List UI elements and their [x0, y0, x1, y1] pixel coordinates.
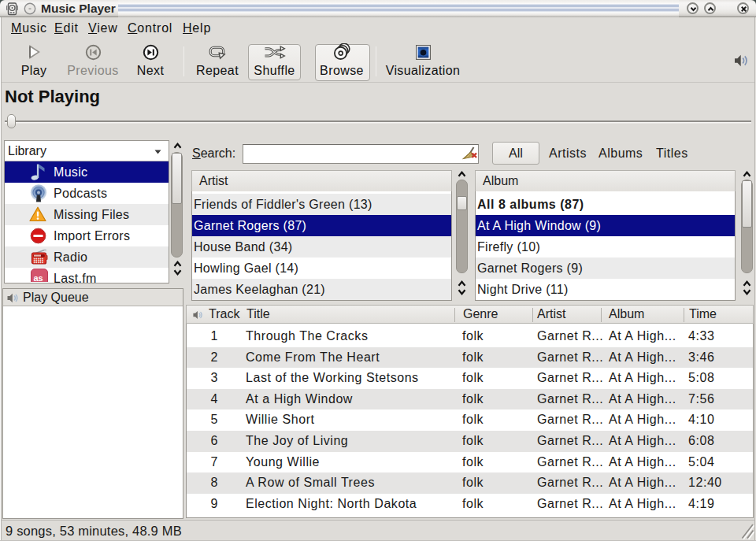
svg-text:as: as [34, 273, 43, 282]
